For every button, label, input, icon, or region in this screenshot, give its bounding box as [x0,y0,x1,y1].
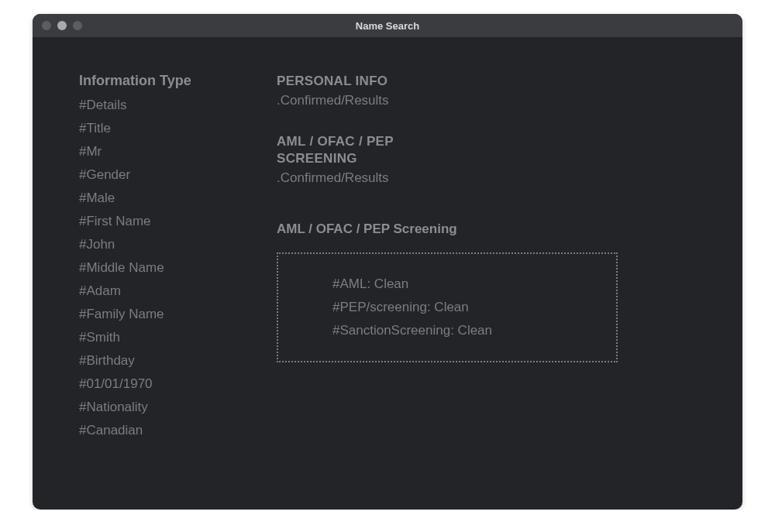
window-traffic-lights [42,21,82,30]
info-item-middle-name-value: #Adam [79,280,246,303]
window-title: Name Search [356,20,419,32]
personal-info-block: PERSONAL INFO .Confirmed/Results [277,73,707,108]
info-item-first-name-value: #John [79,233,246,256]
screening-results-box: #AML: Clean #PEP/screening: Clean #Sanct… [277,252,618,362]
minimize-icon[interactable] [57,21,67,30]
info-item-birthday-label: #Birthday [79,349,246,372]
info-item-nationality-value: #Canadian [79,419,246,442]
information-type-panel: Information Type #Details #Title #Mr #Ge… [79,73,246,442]
screening-result-pep: #PEP/screening: Clean [332,296,594,319]
info-item-gender-value: #Male [79,187,246,210]
aml-screening-status: .Confirmed/Results [277,170,707,186]
info-item-title-label: #Title [79,117,246,140]
information-type-heading: Information Type [79,73,246,89]
screening-results-title: AML / OFAC / PEP Screening [277,221,707,237]
info-item-details: #Details [79,94,246,117]
personal-info-heading: PERSONAL INFO [277,73,707,90]
info-item-title-value: #Mr [79,140,246,163]
info-item-family-name-value: #Smith [79,326,246,349]
info-item-middle-name-label: #Middle Name [79,256,246,280]
aml-screening-block: AML / OFAC / PEP SCREENING .Confirmed/Re… [277,133,707,186]
app-window: Name Search Information Type #Details #T… [33,14,742,510]
content-area: Information Type #Details #Title #Mr #Ge… [33,37,742,442]
close-icon[interactable] [42,21,51,30]
info-item-first-name-label: #First Name [79,210,246,233]
screening-result-sanction: #SanctionScreening: Clean [332,319,594,342]
aml-screening-heading-line1: AML / OFAC / PEP [277,133,707,150]
info-item-birthday-value: #01/01/1970 [79,372,246,396]
screening-result-aml: #AML: Clean [332,273,594,296]
info-item-nationality-label: #Nationality [79,396,246,419]
info-item-gender-label: #Gender [79,163,246,187]
info-item-family-name-label: #Family Name [79,303,246,326]
personal-info-status: .Confirmed/Results [277,93,707,108]
results-panel: PERSONAL INFO .Confirmed/Results AML / O… [277,73,707,442]
aml-screening-heading-line2: SCREENING [277,150,707,167]
window-titlebar: Name Search [33,14,742,37]
maximize-icon[interactable] [73,21,82,30]
